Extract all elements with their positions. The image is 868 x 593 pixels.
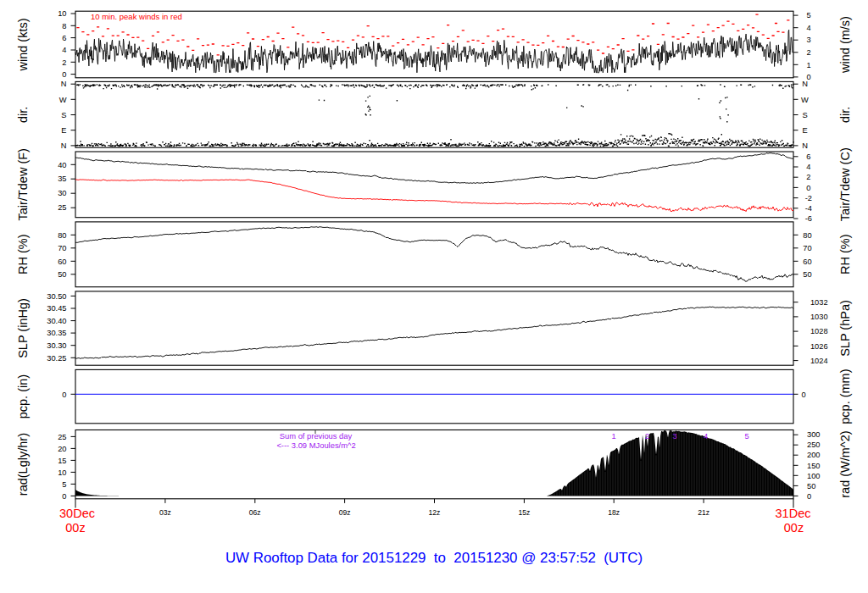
svg-text:N: N <box>802 80 808 88</box>
svg-text:4: 4 <box>704 431 708 441</box>
svg-text:rad (W/m^2): rad (W/m^2) <box>838 430 852 497</box>
svg-text:30.25: 30.25 <box>47 354 66 363</box>
svg-text:rad(Lgly/hr): rad(Lgly/hr) <box>16 433 30 496</box>
svg-text:2: 2 <box>645 431 649 441</box>
svg-text:03z: 03z <box>159 508 171 517</box>
svg-text:20: 20 <box>58 445 66 453</box>
svg-text:1032: 1032 <box>810 298 828 307</box>
svg-text:00z: 00z <box>784 521 804 535</box>
svg-text:1: 1 <box>807 61 811 69</box>
svg-text:30.30: 30.30 <box>47 341 66 350</box>
svg-text:50: 50 <box>807 482 815 490</box>
svg-text:10 min. peak winds in red: 10 min. peak winds in red <box>91 12 182 21</box>
svg-text:0: 0 <box>62 492 66 501</box>
svg-text:70: 70 <box>803 244 811 252</box>
svg-text:1028: 1028 <box>810 327 828 335</box>
svg-text:40: 40 <box>58 161 66 169</box>
svg-text:wind (m/s): wind (m/s) <box>838 16 852 74</box>
svg-text:SLP (hPa): SLP (hPa) <box>838 300 852 357</box>
svg-text:25: 25 <box>58 203 66 212</box>
svg-text:21z: 21z <box>698 508 709 517</box>
svg-text:1: 1 <box>611 431 615 441</box>
svg-text:70: 70 <box>58 244 66 252</box>
svg-text:SLP (inHg): SLP (inHg) <box>16 298 30 358</box>
svg-text:dir.: dir. <box>838 107 852 123</box>
svg-text:18z: 18z <box>608 508 620 517</box>
svg-text:10: 10 <box>58 9 66 18</box>
svg-text:6: 6 <box>62 34 66 42</box>
svg-text:S: S <box>802 111 807 119</box>
svg-text:-2: -2 <box>805 194 812 202</box>
svg-text:15z: 15z <box>518 508 530 517</box>
svg-text:06z: 06z <box>249 508 261 517</box>
svg-text:6: 6 <box>806 152 810 161</box>
svg-text:E: E <box>61 126 66 135</box>
svg-text:30Dec: 30Dec <box>59 507 95 520</box>
svg-text:5: 5 <box>744 431 748 441</box>
svg-text:0: 0 <box>807 492 811 501</box>
svg-text:30.50: 30.50 <box>47 292 66 301</box>
svg-text:35: 35 <box>58 175 66 183</box>
svg-text:80: 80 <box>58 231 66 240</box>
svg-text:10: 10 <box>58 468 66 477</box>
svg-text:31Dec: 31Dec <box>776 507 811 520</box>
svg-text:Tair/Tdew (F): Tair/Tdew (F) <box>16 148 30 220</box>
svg-text:30.45: 30.45 <box>47 304 66 313</box>
svg-text:150: 150 <box>807 462 821 470</box>
svg-text:12z: 12z <box>429 508 441 517</box>
svg-text:50: 50 <box>58 270 66 279</box>
svg-text:4: 4 <box>806 163 810 171</box>
svg-text:wind (kts): wind (kts) <box>16 18 30 71</box>
svg-text:-6: -6 <box>805 214 812 223</box>
svg-text:W: W <box>59 96 67 104</box>
svg-text:UW Rooftop Data for 20151229: UW Rooftop Data for 20151229 to 20151230… <box>225 550 643 566</box>
svg-text:RH (%): RH (%) <box>838 235 852 275</box>
svg-text:3: 3 <box>807 36 811 44</box>
svg-text:1026: 1026 <box>810 342 828 351</box>
svg-text:50: 50 <box>803 270 811 279</box>
svg-text:<--- 3.09 MJoules/m^2: <--- 3.09 MJoules/m^2 <box>276 441 355 450</box>
svg-text:5: 5 <box>62 480 66 489</box>
svg-text:30: 30 <box>58 189 66 197</box>
svg-text:0: 0 <box>62 70 66 79</box>
svg-text:200: 200 <box>807 451 821 459</box>
svg-text:S: S <box>61 111 66 119</box>
svg-text:3: 3 <box>672 431 676 441</box>
svg-text:Tair/Tdew (C): Tair/Tdew (C) <box>838 147 852 221</box>
svg-text:60: 60 <box>58 258 66 266</box>
svg-text:25: 25 <box>58 433 66 441</box>
svg-text:2: 2 <box>62 58 66 67</box>
svg-text:Sum of previous day: Sum of previous day <box>280 431 353 441</box>
svg-text:0: 0 <box>806 184 810 192</box>
svg-text:300: 300 <box>807 430 821 439</box>
svg-text:250: 250 <box>807 441 821 449</box>
svg-text:dir.: dir. <box>16 107 30 123</box>
svg-text:pcp. (in): pcp. (in) <box>16 374 30 418</box>
svg-text:E: E <box>802 126 807 135</box>
svg-text:0: 0 <box>802 391 806 399</box>
svg-text:8: 8 <box>62 22 66 30</box>
svg-text:2: 2 <box>807 48 811 57</box>
svg-text:RH (%): RH (%) <box>16 235 30 275</box>
svg-text:00z: 00z <box>65 521 85 535</box>
svg-text:-4: -4 <box>805 204 812 213</box>
svg-text:15: 15 <box>58 457 66 465</box>
svg-text:N: N <box>802 141 808 150</box>
svg-text:60: 60 <box>803 258 811 266</box>
svg-text:100: 100 <box>807 472 821 480</box>
svg-text:5: 5 <box>807 11 811 19</box>
svg-text:4: 4 <box>62 46 66 54</box>
svg-text:N: N <box>61 141 67 150</box>
svg-text:0: 0 <box>62 391 66 399</box>
svg-text:1024: 1024 <box>810 357 828 365</box>
svg-text:2: 2 <box>806 173 810 181</box>
svg-text:N: N <box>61 80 67 88</box>
svg-text:30.35: 30.35 <box>47 329 66 337</box>
svg-text:80: 80 <box>803 231 811 240</box>
svg-text:09z: 09z <box>339 508 351 517</box>
svg-text:1030: 1030 <box>810 313 828 321</box>
svg-text:W: W <box>801 96 809 104</box>
svg-text:pcp. (mm): pcp. (mm) <box>838 369 852 424</box>
svg-text:30.40: 30.40 <box>47 317 66 325</box>
svg-text:4: 4 <box>807 24 811 32</box>
